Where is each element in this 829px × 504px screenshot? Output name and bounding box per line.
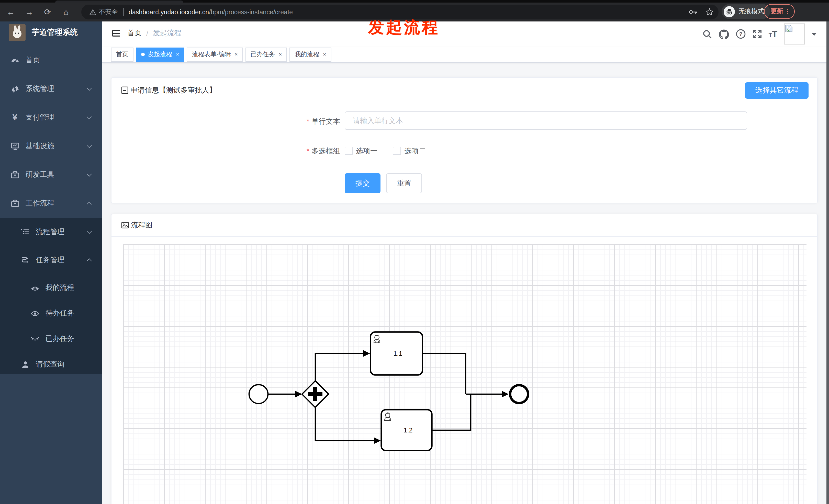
task-label: 1.2 [404, 427, 413, 434]
app-logo-row[interactable]: 芋道管理系统 [0, 22, 102, 49]
url-host: dashboard.yudao.iocoder.cn [129, 8, 209, 15]
logo-avatar [9, 24, 26, 41]
process-diagram-card: 流程图 [111, 214, 818, 504]
task-label: 1.1 [394, 350, 402, 357]
flow-task1-out [423, 353, 466, 394]
task-branch-icon [21, 256, 30, 265]
bpmn-canvas[interactable]: 1.1 1.2 [123, 244, 806, 504]
sidebar-item-label: 工作流程 [26, 199, 54, 208]
sidebar-item-leave-query[interactable]: 请假查询 [0, 352, 102, 377]
sidebar-item-label: 流程管理 [36, 228, 65, 237]
tab-done-tasks[interactable]: 已办任务 × [246, 47, 287, 62]
breadcrumb-current: 发起流程 [153, 29, 182, 38]
incognito-label: 无痕模式 [738, 7, 764, 16]
breadcrumb-home[interactable]: 首页 [127, 29, 142, 38]
briefcase-icon [10, 199, 20, 208]
incognito-icon [724, 6, 735, 17]
sidebar-item-dev-tools[interactable]: 研发工具 [0, 160, 102, 189]
update-menu-dots-icon [787, 9, 788, 14]
sidebar: 芋道管理系统 首页 系统管理 ¥ 支付管理 [0, 22, 102, 504]
broken-image-icon [785, 25, 793, 32]
close-tab-icon[interactable]: × [176, 52, 179, 57]
tab-my-process[interactable]: 我的流程 × [290, 47, 331, 62]
chevron-up-icon [87, 259, 92, 264]
tab-process-form-edit[interactable]: 流程表单-编辑 × [187, 47, 243, 62]
page-scrollbar[interactable] [826, 22, 829, 504]
sidebar-item-done-tasks[interactable]: 已办任务 [0, 326, 102, 352]
active-tab-dot [141, 53, 145, 56]
checkbox-option-1[interactable] [345, 147, 353, 155]
security-status[interactable]: 不安全 [89, 8, 118, 16]
user-task-1-1[interactable]: 1.1 [370, 332, 423, 375]
chevron-up-icon [87, 202, 92, 207]
sidebar-item-workflow[interactable]: 工作流程 [0, 189, 102, 218]
sidebar-item-todo-tasks[interactable]: 待办任务 [0, 301, 102, 326]
avatar[interactable] [784, 24, 805, 44]
sidebar-item-label: 我的流程 [45, 283, 74, 293]
close-tab-icon[interactable]: × [235, 52, 238, 57]
picture-icon [121, 222, 129, 229]
app-title: 芋道管理系统 [32, 28, 78, 37]
checkbox-option-1-label[interactable]: 选项一 [356, 147, 377, 156]
forward-icon[interactable]: → [23, 3, 36, 22]
user-task-1-2[interactable]: 1.2 [381, 410, 432, 451]
select-other-process-button[interactable]: 选择其它流程 [745, 82, 808, 99]
font-size-icon[interactable]: TT [769, 29, 777, 39]
collapse-sidebar-icon[interactable] [111, 28, 121, 38]
sidebar-item-label: 支付管理 [26, 113, 54, 122]
sidebar-item-label: 基础设施 [26, 142, 54, 151]
update-label: 更新 [771, 7, 784, 16]
checkbox-option-2[interactable] [393, 147, 401, 155]
breadcrumb: 首页 / 发起流程 [127, 29, 182, 38]
fullscreen-icon[interactable] [752, 29, 762, 39]
reload-icon[interactable]: ⟳ [41, 3, 54, 22]
sidebar-item-payment[interactable]: ¥ 支付管理 [0, 103, 102, 132]
key-icon[interactable] [689, 9, 697, 15]
header-actions: ? TT [696, 22, 817, 46]
sidebar-item-system[interactable]: 系统管理 [0, 75, 102, 103]
document-icon [121, 86, 129, 94]
sidebar-item-home[interactable]: 首页 [0, 46, 102, 75]
end-event-node[interactable] [510, 385, 528, 403]
svg-text:?: ? [739, 31, 742, 37]
sidebar-item-label: 系统管理 [26, 84, 54, 93]
tab-label: 已办任务 [251, 50, 275, 59]
apply-info-card: 申请信息【测试多审批人】 选择其它流程 *单行文本 *多选框组 选项一 选项二 … [111, 77, 818, 203]
sidebar-item-infrastructure[interactable]: 基础设施 [0, 132, 102, 160]
help-icon[interactable]: ? [736, 29, 746, 39]
sidebar-item-process-management[interactable]: 流程管理 [0, 219, 102, 245]
tab-label: 流程表单-编辑 [192, 50, 231, 59]
single-line-text-input[interactable] [345, 111, 747, 130]
tab-label: 我的流程 [295, 50, 319, 59]
security-label: 不安全 [99, 8, 118, 16]
arrowhead-icon [502, 391, 509, 397]
checkbox-option-2-label[interactable]: 选项二 [404, 147, 426, 156]
home-icon[interactable]: ⌂ [59, 3, 73, 22]
flow-gateway-to-task1 [315, 353, 363, 381]
reset-button[interactable]: 重置 [386, 173, 422, 193]
text-field-label: *单行文本 [111, 117, 340, 126]
sidebar-item-label: 任务管理 [36, 256, 65, 265]
tab-home[interactable]: 首页 [111, 47, 134, 62]
tab-bar: 首页 发起流程 × 流程表单-编辑 × 已办任务 × 我的流程 × [102, 46, 829, 63]
robot-face-icon [30, 283, 39, 293]
sidebar-item-task-management[interactable]: 任务管理 [0, 247, 102, 273]
browser-active-tab[interactable] [55, 1, 183, 3]
close-tab-icon[interactable]: × [279, 52, 282, 57]
github-icon[interactable] [719, 29, 729, 39]
search-icon[interactable] [703, 29, 712, 39]
start-event-node[interactable] [249, 385, 268, 403]
close-tab-icon[interactable]: × [323, 52, 326, 57]
tab-label: 发起流程 [148, 50, 172, 59]
url-divider [123, 8, 123, 16]
submit-button[interactable]: 提交 [345, 173, 381, 193]
bookmark-star-icon[interactable] [706, 8, 713, 16]
back-icon[interactable]: ← [4, 3, 17, 22]
avatar-dropdown-caret-icon[interactable] [812, 33, 817, 36]
sidebar-item-my-process[interactable]: 我的流程 [0, 275, 102, 301]
tab-create-process[interactable]: 发起流程 × [136, 47, 184, 62]
browser-tab-strip [0, 0, 829, 3]
update-button[interactable]: 更新 [764, 4, 795, 19]
apply-info-title: 申请信息【测试多审批人】 [131, 86, 216, 95]
warning-icon [89, 9, 96, 15]
